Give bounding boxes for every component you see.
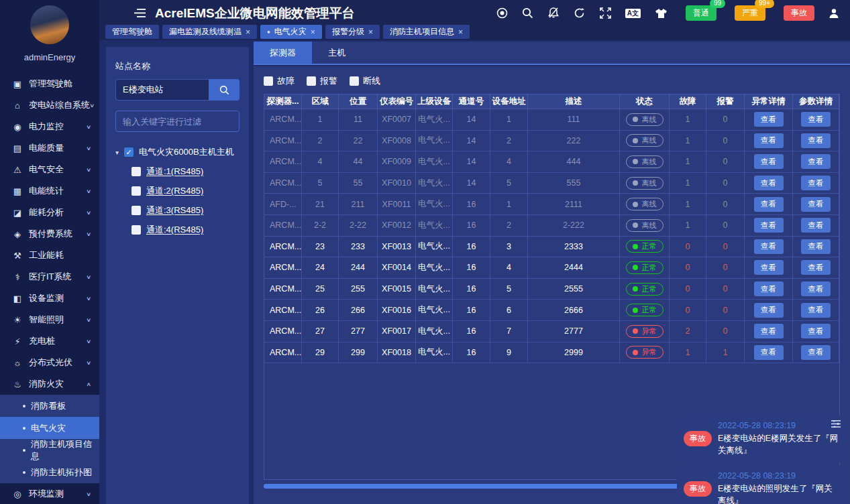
sidebar-item[interactable]: ◧ 设备监测 ∨ <box>0 288 99 309</box>
sidebar-item[interactable]: ⚡ 充电桩 ∨ <box>0 330 99 352</box>
view-abnormal-button[interactable]: 查看 <box>754 260 784 275</box>
table-row[interactable]: ARCM... 27 277 XF0017 电气火... 16 7 2777 异… <box>264 321 839 342</box>
notification-toast[interactable]: 事故 2022-05-28 08:23:19 E楼变电站的E楼网关发生了『网关离… <box>677 415 847 463</box>
column-header[interactable]: 故障 <box>670 94 706 109</box>
column-header[interactable]: 位置 <box>339 94 378 109</box>
view-abnormal-button[interactable]: 查看 <box>754 197 784 212</box>
column-header[interactable]: 通道号 <box>453 94 490 109</box>
view-params-button[interactable]: 查看 <box>801 260 831 275</box>
alarm-badge[interactable]: 事故 <box>784 5 814 21</box>
sidebar-item[interactable]: ⚕ 医疗IT系统 ∨ <box>0 266 99 288</box>
table-row[interactable]: ARCM... 26 266 XF0016 电气火... 16 6 2666 正… <box>264 300 839 321</box>
table-row[interactable]: ARCM... 4 44 XF0009 电气火... 14 4 444 离线 <box>264 151 839 173</box>
caret-down-icon[interactable]: ▾ <box>115 149 119 156</box>
status-filter[interactable]: 故障 <box>264 75 295 87</box>
refresh-icon[interactable] <box>574 7 586 19</box>
view-params-button[interactable]: 查看 <box>801 133 831 148</box>
close-icon[interactable]: × <box>458 27 463 37</box>
sidebar-item[interactable]: ☀ 智能照明 ∨ <box>0 309 99 330</box>
alarm-badge[interactable]: 严重 99+ <box>735 5 765 21</box>
sidebar-item[interactable]: ◎ 环境监测 ∨ <box>0 483 99 504</box>
status-filter[interactable]: 报警 <box>307 75 337 87</box>
view-abnormal-button[interactable]: 查看 <box>754 345 784 360</box>
table-row[interactable]: ARCM... 29 299 XF0018 电气火... 16 9 2999 异… <box>264 342 839 364</box>
alarm-badge[interactable]: 普通 99 <box>686 5 716 21</box>
site-search-input[interactable] <box>115 79 209 101</box>
theme-icon[interactable] <box>655 8 668 19</box>
translate-icon[interactable]: A文 <box>625 9 641 18</box>
table-row[interactable]: ARCM... 5 55 XF0010 电气火... 14 5 555 离线 <box>264 173 839 194</box>
main-tab[interactable]: 探测器 <box>254 42 312 64</box>
column-header[interactable]: 参数详情 <box>793 94 839 109</box>
view-abnormal-button[interactable]: 查看 <box>754 218 784 233</box>
sidebar-subitem[interactable]: 消防主机拓扑图 <box>0 461 99 483</box>
checkbox-unchecked[interactable] <box>131 186 141 196</box>
site-search-button[interactable] <box>209 79 240 101</box>
sidebar-item[interactable]: ◪ 能耗分析 ∨ <box>0 202 99 223</box>
table-row[interactable]: AFD-... 21 211 XF0011 电气火... 16 1 2111 离… <box>264 194 839 215</box>
nav-tab[interactable]: ● 消防主机项目信息 × <box>383 25 470 39</box>
view-abnormal-button[interactable]: 查看 <box>754 154 784 169</box>
checkbox-unchecked[interactable] <box>131 225 141 235</box>
table-row[interactable]: ARCM... 2-2 2-22 XF0012 电气火... 16 2 2-22… <box>264 215 839 237</box>
view-params-button[interactable]: 查看 <box>801 154 831 169</box>
sidebar-item[interactable]: ◈ 预付费系统 ∨ <box>0 223 99 245</box>
sidebar-item-fire[interactable]: ♨ 消防火灾 ∧ <box>0 373 99 395</box>
sidebar-item[interactable]: ⚒ 工业能耗 ∨ <box>0 245 99 266</box>
checkbox-unchecked[interactable] <box>264 76 273 86</box>
sidebar-item[interactable]: ☼ 分布式光伏 ∨ <box>0 352 99 373</box>
table-row[interactable]: ARCM... 23 233 XF0013 电气火... 16 3 2333 正… <box>264 237 839 258</box>
table-row[interactable]: ARCM... 24 244 XF0014 电气火... 16 4 2444 正… <box>264 257 839 279</box>
tree-filter-input[interactable] <box>115 111 240 132</box>
table-row[interactable]: ARCM... 25 255 XF0015 电气火... 16 5 2555 正… <box>264 279 839 300</box>
column-header[interactable]: 仪表编号 <box>378 94 416 109</box>
view-abnormal-button[interactable]: 查看 <box>754 239 784 254</box>
view-abnormal-button[interactable]: 查看 <box>754 281 784 296</box>
sidebar-item[interactable]: ⚠ 电气安全 ∨ <box>0 159 99 180</box>
sidebar-subitem[interactable]: 消防看板 <box>0 395 99 417</box>
column-header[interactable]: 区域 <box>302 94 339 109</box>
view-params-button[interactable]: 查看 <box>801 239 831 254</box>
sidebar-item[interactable]: ▣ 管理驾驶舱 ∨ <box>0 73 99 94</box>
table-row[interactable]: ARCM... 1 11 XF0007 电气火... 14 1 111 离线 <box>264 109 839 131</box>
tree-channel-node[interactable]: 通道:2(RS485) <box>115 181 240 200</box>
view-params-button[interactable]: 查看 <box>801 345 831 360</box>
view-params-button[interactable]: 查看 <box>801 176 831 190</box>
checkbox-unchecked[interactable] <box>131 167 141 176</box>
view-params-button[interactable]: 查看 <box>801 218 831 233</box>
sidebar-item[interactable]: ▦ 电能统计 ∨ <box>0 180 99 202</box>
view-params-button[interactable]: 查看 <box>801 281 831 296</box>
view-abnormal-button[interactable]: 查看 <box>754 303 784 318</box>
sidebar-subitem[interactable]: 电气火灾 <box>0 417 99 439</box>
nav-tab[interactable]: ● 报警分级 × <box>325 25 380 39</box>
view-abnormal-button[interactable]: 查看 <box>754 176 784 190</box>
tree-channel-node[interactable]: 通道:3(RS485) <box>115 200 240 220</box>
column-header[interactable]: 探测器... <box>264 94 302 109</box>
sidebar-item[interactable]: ⌂ 变电站综自系统 ∨ <box>0 94 99 116</box>
view-abnormal-button[interactable]: 查看 <box>754 133 784 148</box>
column-header[interactable]: 报警 <box>706 94 745 109</box>
close-icon[interactable]: × <box>368 27 373 37</box>
nav-tab[interactable]: ● 电气火灾 × <box>260 25 322 39</box>
column-header[interactable]: 设备地址 <box>490 94 528 109</box>
search-icon[interactable] <box>522 7 533 19</box>
notification-toast[interactable]: 事故 2022-05-28 08:23:19 E楼变电站的照明发生了『网关离线』 <box>677 465 847 504</box>
view-params-button[interactable]: 查看 <box>801 303 831 318</box>
status-filter[interactable]: 断线 <box>350 75 380 87</box>
column-header[interactable]: 描述 <box>528 94 620 109</box>
table-row[interactable]: ARCM... 2 22 XF0008 电气火... 14 2 222 离线 <box>264 131 839 152</box>
view-abnormal-button[interactable]: 查看 <box>754 112 784 127</box>
view-params-button[interactable]: 查看 <box>801 197 831 212</box>
service-icon[interactable] <box>496 7 508 19</box>
nav-tab[interactable]: ● 漏电监测及线缆测温 × <box>162 25 257 39</box>
close-icon[interactable]: × <box>246 27 250 37</box>
tree-root-node[interactable]: ▾ ✓ 电气火灾6000B主机主机 <box>115 143 240 162</box>
collapse-menu-icon[interactable] <box>134 9 146 17</box>
view-abnormal-button[interactable]: 查看 <box>754 324 784 338</box>
checkbox-unchecked[interactable] <box>131 206 141 215</box>
column-header[interactable]: 上级设备 <box>416 94 453 109</box>
tree-channel-node[interactable]: 通道:4(RS485) <box>115 220 240 239</box>
close-icon[interactable]: × <box>311 27 315 37</box>
sidebar-subitem[interactable]: 消防主机项目信息 <box>0 439 99 461</box>
checkbox-unchecked[interactable] <box>307 76 316 86</box>
